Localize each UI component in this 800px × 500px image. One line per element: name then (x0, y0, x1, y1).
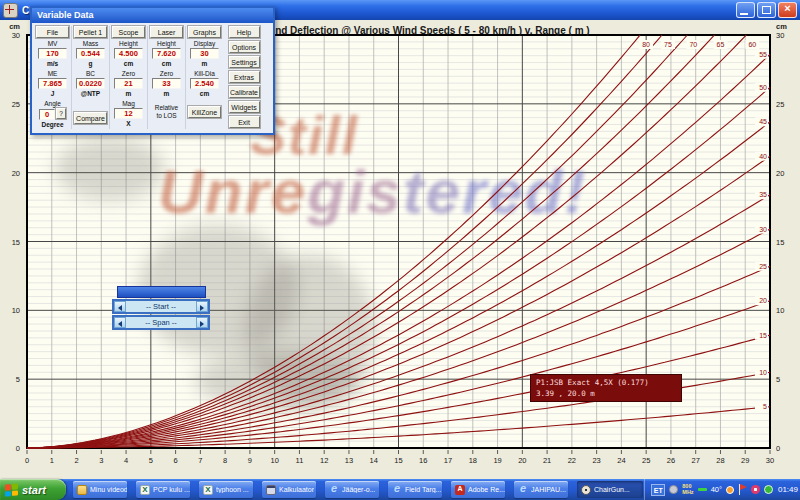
killdia-field[interactable]: 2.540 (190, 78, 219, 89)
curve-label-45kmh: 45 (759, 118, 767, 125)
dialog-titlebar[interactable]: Variable Data (32, 8, 273, 23)
task-button-label: Jääger-o... (342, 486, 375, 493)
curve-label-30kmh: 30 (759, 226, 767, 233)
svg-text:0: 0 (16, 444, 20, 453)
range-widget-titlebar[interactable] (117, 286, 206, 298)
pellet-button[interactable]: Pellet 1 (74, 26, 107, 38)
svg-text:29: 29 (741, 456, 749, 465)
right-arrow-icon[interactable] (196, 301, 208, 312)
task-button-j-ger-o[interactable]: Jääger-o... (325, 481, 379, 498)
svg-text:23: 23 (592, 456, 600, 465)
restore-button[interactable] (757, 2, 776, 18)
excel-icon (140, 485, 150, 495)
start-button[interactable]: start (0, 479, 66, 500)
task-button-minu-videod[interactable]: Minu videod (73, 481, 127, 498)
curve-label-5kmh: 5 (763, 403, 767, 410)
svg-text:10: 10 (12, 306, 20, 315)
calibrate-button[interactable]: Calibrate (229, 86, 260, 98)
bc-field[interactable]: 0.0220 (76, 78, 105, 89)
curve-label-40kmh: 40 (759, 153, 767, 160)
svg-text:5: 5 (776, 375, 780, 384)
laser-height-field[interactable]: 7.620 (152, 48, 181, 59)
dialog-column-scope: Scope Height 4.500 cm Zero 21 m Mag 12 X (109, 26, 147, 129)
extras-button[interactable]: Extras (229, 71, 260, 83)
left-arrow-icon[interactable] (114, 301, 126, 312)
svg-text:30: 30 (12, 31, 20, 40)
settings-button[interactable]: Settings (229, 56, 260, 68)
scope-height-unit: cm (124, 60, 133, 68)
options-button[interactable]: Options (229, 41, 260, 53)
help-button[interactable]: Help (229, 26, 260, 38)
scope-button[interactable]: Scope (112, 26, 145, 38)
dialog-column-mv: File MV 170 m/s ME 7.865 J Angle 0 ? Deg… (34, 26, 71, 129)
svg-text:5: 5 (149, 456, 153, 465)
file-button[interactable]: File (36, 26, 69, 38)
svg-text:21: 21 (543, 456, 551, 465)
span-scrollbar-label: -- Span -- (126, 317, 196, 328)
scope-zero-unit: m (126, 90, 132, 98)
start-scrollbar-label: -- Start -- (126, 301, 196, 312)
left-arrow-icon[interactable] (114, 317, 126, 328)
svg-text:15: 15 (12, 238, 20, 247)
flag-icon[interactable] (738, 484, 747, 495)
minimize-button[interactable] (736, 2, 755, 18)
task-button-pcp-kulu[interactable]: PCP kulu ... (136, 481, 190, 498)
exit-button[interactable]: Exit (229, 116, 260, 128)
status-dash-icon[interactable] (698, 488, 707, 491)
angle-field[interactable]: 0 (39, 109, 55, 120)
mass-field[interactable]: 0.544 (76, 48, 105, 59)
widgets-button[interactable]: Widgets (229, 101, 260, 113)
mag-label: Mag (122, 100, 135, 107)
clock-icon[interactable] (764, 485, 773, 494)
dialog-column-graphs: Graphs Display 30 m Kill-Dia 2.540 cm Ki… (185, 26, 223, 129)
curve-label-20kmh: 20 (759, 297, 767, 304)
svg-text:8: 8 (223, 456, 227, 465)
task-button-typhoon[interactable]: typhoon ... (199, 481, 253, 498)
mass-unit: g (89, 60, 93, 68)
span-scrollbar[interactable]: -- Span -- (112, 315, 210, 330)
task-button-adobe-re[interactable]: Adobe Re... (451, 481, 505, 498)
watermark-segment: red! (462, 157, 587, 226)
task-button-kalkulaator[interactable]: Kalkulaator (262, 481, 316, 498)
speaker-icon[interactable] (669, 485, 678, 494)
right-arrow-icon[interactable] (196, 317, 208, 328)
laser-button[interactable]: Laser (150, 26, 183, 38)
svg-text:0: 0 (776, 444, 780, 453)
curve-label-10kmh: 10 (759, 369, 767, 376)
scope-height-field[interactable]: 4.500 (114, 48, 143, 59)
tray-clock: 01:49 (778, 485, 798, 494)
angle-help-button[interactable]: ? (56, 108, 66, 119)
mv-unit: m/s (47, 60, 58, 68)
mag-field[interactable]: 12 (114, 108, 143, 119)
svg-text:cm: cm (9, 22, 20, 31)
task-button-field-targ[interactable]: Field Targ... (388, 481, 442, 498)
mv-field[interactable]: 170 (38, 48, 67, 59)
display-field[interactable]: 30 (190, 48, 219, 59)
graphs-button[interactable]: Graphs (188, 26, 221, 38)
pin-icon[interactable] (751, 485, 760, 494)
laser-zero-field[interactable]: 33 (152, 78, 181, 89)
chairgun-icon (581, 485, 591, 495)
mass-label: Mass (83, 40, 99, 47)
curve-label-15kmh: 15 (759, 332, 767, 339)
killdia-label: Kill-Dia (194, 70, 215, 77)
svg-text:30: 30 (766, 456, 774, 465)
curve-label-50kmh: 50 (759, 84, 767, 91)
start-scrollbar[interactable]: -- Start -- (112, 299, 210, 314)
scope-zero-field[interactable]: 21 (114, 78, 143, 89)
task-button-jahipau[interactable]: JAHIPAU... (514, 481, 568, 498)
temp-tray-icon[interactable] (726, 486, 734, 494)
close-button[interactable] (778, 2, 797, 18)
dialog-menu-column: Help Options Settings Extras Calibrate W… (226, 26, 262, 129)
killdia-unit: cm (200, 90, 209, 98)
task-button-chairgun[interactable]: ChairGun... (577, 481, 643, 498)
svg-text:26: 26 (667, 456, 675, 465)
language-indicator[interactable]: ET (651, 484, 665, 496)
task-button-label: JAHIPAU... (531, 486, 566, 493)
compare-button[interactable]: Compare (74, 112, 107, 124)
chart-title: Wind Deflection @ Various Wind Speeds ( … (263, 25, 590, 36)
svg-text:1: 1 (50, 456, 54, 465)
me-field[interactable]: 7.865 (38, 78, 67, 89)
killzone-button[interactable]: KillZone (188, 106, 221, 118)
svg-text:10: 10 (270, 456, 278, 465)
